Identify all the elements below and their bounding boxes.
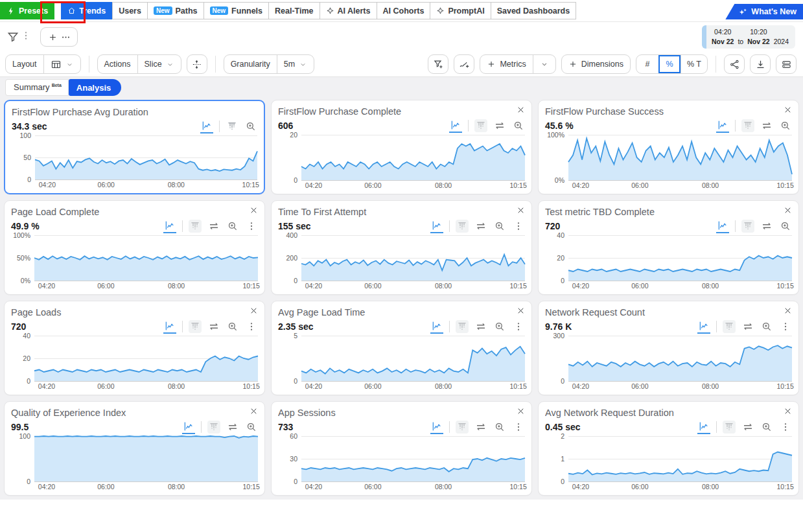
close-icon[interactable] xyxy=(249,306,259,316)
count-mode-button[interactable]: # xyxy=(636,55,658,73)
swap-axes-icon[interactable] xyxy=(226,421,239,434)
plot-area[interactable] xyxy=(568,135,792,180)
date-range-picker[interactable]: 04:20 10:20 Nov 22 to Nov 22 2024 xyxy=(702,25,795,49)
line-chart-icon[interactable] xyxy=(716,119,729,133)
nav-real-time[interactable]: Real-Time xyxy=(268,2,320,19)
nav-presets[interactable]: Presets xyxy=(0,2,54,19)
add-chart-filter-button[interactable] xyxy=(428,54,448,74)
swap-axes-icon[interactable] xyxy=(474,320,487,333)
line-chart-icon[interactable] xyxy=(697,420,710,434)
swap-axes-icon[interactable] xyxy=(741,320,754,333)
close-icon[interactable] xyxy=(783,306,793,316)
card-view-button[interactable] xyxy=(776,54,797,74)
plot-area[interactable] xyxy=(568,436,792,481)
metric-card[interactable]: App Sessions 733 60300 04:20 06:00 08:00 xyxy=(271,401,532,496)
zoom-in-icon[interactable] xyxy=(779,220,792,233)
more-options-icon[interactable] xyxy=(512,220,525,233)
nav-saved-dashboards[interactable]: Saved Dashboards xyxy=(491,2,577,19)
line-chart-icon[interactable] xyxy=(716,219,729,233)
filter-menu-dots-icon[interactable] xyxy=(21,30,31,43)
metric-card[interactable]: Test metric TBD Complete 720 40200 04:20… xyxy=(538,200,799,295)
bar-chart-icon[interactable] xyxy=(741,119,754,132)
metric-card[interactable]: FirstFlow Purchase Success 45.6 % 100%0%… xyxy=(538,100,799,194)
bar-chart-icon[interactable] xyxy=(189,220,202,233)
bar-chart-icon[interactable] xyxy=(741,220,754,233)
swap-axes-icon[interactable] xyxy=(207,220,220,233)
plot-area[interactable] xyxy=(34,336,258,381)
metric-card[interactable]: Avg Page Load Time 2.35 sec 50 04:20 06:… xyxy=(271,301,532,395)
filter-icon[interactable] xyxy=(6,30,19,43)
plot-area[interactable] xyxy=(35,135,257,179)
line-chart-icon[interactable] xyxy=(200,119,213,133)
more-options-icon[interactable] xyxy=(512,421,525,434)
swap-axes-icon[interactable] xyxy=(207,320,220,333)
zoom-in-icon[interactable] xyxy=(760,421,773,434)
line-chart-icon[interactable] xyxy=(430,420,443,434)
share-button[interactable] xyxy=(724,54,745,74)
line-chart-icon[interactable] xyxy=(430,219,443,233)
nav-funnels[interactable]: New Funnels xyxy=(204,2,269,19)
percent-mode-button[interactable]: % xyxy=(658,55,681,73)
metric-card[interactable]: FirstFlow Purchase Complete 606 200 04:2… xyxy=(271,100,532,194)
more-options-icon[interactable] xyxy=(512,320,525,333)
granularity-dropdown[interactable]: 5m xyxy=(277,55,314,73)
add-annotation-button[interactable] xyxy=(454,54,474,74)
bar-chart-icon[interactable] xyxy=(456,220,469,233)
more-options-icon[interactable] xyxy=(245,320,258,333)
close-icon[interactable] xyxy=(783,105,793,115)
swap-axes-icon[interactable] xyxy=(493,119,506,132)
swap-axes-icon[interactable] xyxy=(474,421,487,434)
plot-area[interactable] xyxy=(301,135,525,180)
bar-chart-icon[interactable] xyxy=(474,119,487,132)
plot-area[interactable] xyxy=(301,336,525,381)
close-icon[interactable] xyxy=(783,205,793,215)
layout-selector[interactable] xyxy=(43,55,80,73)
line-chart-icon[interactable] xyxy=(182,420,195,434)
close-icon[interactable] xyxy=(249,406,259,416)
tab-summary[interactable]: Summary Beta xyxy=(5,79,69,96)
close-icon[interactable] xyxy=(516,306,526,316)
zoom-in-icon[interactable] xyxy=(760,320,773,333)
close-icon[interactable] xyxy=(516,105,526,115)
bar-chart-icon[interactable] xyxy=(456,320,469,333)
bar-chart-icon[interactable] xyxy=(456,421,469,434)
more-options-icon[interactable] xyxy=(779,421,792,434)
plot-area[interactable] xyxy=(301,235,525,281)
percent-total-mode-button[interactable]: % T xyxy=(681,55,707,73)
add-filter-button[interactable] xyxy=(40,27,78,47)
line-chart-icon[interactable] xyxy=(163,219,176,233)
swap-axes-icon[interactable] xyxy=(741,421,754,434)
metric-card[interactable]: Quality of Experience Index 99.5 1000 04… xyxy=(4,401,265,496)
whats-new-button[interactable]: What's New xyxy=(725,4,803,19)
bar-chart-icon[interactable] xyxy=(189,320,202,333)
close-icon[interactable] xyxy=(516,406,526,416)
more-options-icon[interactable] xyxy=(245,220,258,233)
nav-trends[interactable]: Trends xyxy=(61,2,112,19)
bar-chart-icon[interactable] xyxy=(226,120,239,133)
line-chart-icon[interactable] xyxy=(449,119,462,133)
metric-card[interactable]: Page Load Complete 49.9 % 100%50%0% 04:2… xyxy=(4,200,265,295)
zoom-in-icon[interactable] xyxy=(245,421,258,434)
zoom-in-icon[interactable] xyxy=(226,320,239,333)
more-options-icon[interactable] xyxy=(779,320,792,333)
nav-paths[interactable]: New Paths xyxy=(147,2,204,19)
zoom-in-icon[interactable] xyxy=(512,119,525,132)
swap-axes-icon[interactable] xyxy=(760,119,773,132)
bar-chart-icon[interactable] xyxy=(723,320,736,333)
nav-users[interactable]: Users xyxy=(112,2,148,19)
zoom-in-icon[interactable] xyxy=(493,320,506,333)
metric-card[interactable]: FirstFlow Purchase Avg Duration 34.3 sec… xyxy=(4,100,265,194)
zoom-in-icon[interactable] xyxy=(493,421,506,434)
swap-axes-icon[interactable] xyxy=(760,220,773,233)
metric-card[interactable]: Network Request Count 9.76 K 3000 04:20 … xyxy=(538,301,799,395)
split-view-button[interactable] xyxy=(187,54,207,74)
swap-axes-icon[interactable] xyxy=(474,220,487,233)
plot-area[interactable] xyxy=(301,436,525,481)
metric-card[interactable]: Avg Network Request Duration 0.45 sec 21… xyxy=(538,401,799,496)
metrics-dropdown[interactable] xyxy=(533,55,555,73)
zoom-in-icon[interactable] xyxy=(493,220,506,233)
line-chart-icon[interactable] xyxy=(697,319,710,334)
plot-area[interactable] xyxy=(568,336,792,381)
add-metrics-button[interactable]: Metrics xyxy=(480,55,532,73)
nav-ai-cohorts[interactable]: AI Cohorts xyxy=(377,2,431,19)
